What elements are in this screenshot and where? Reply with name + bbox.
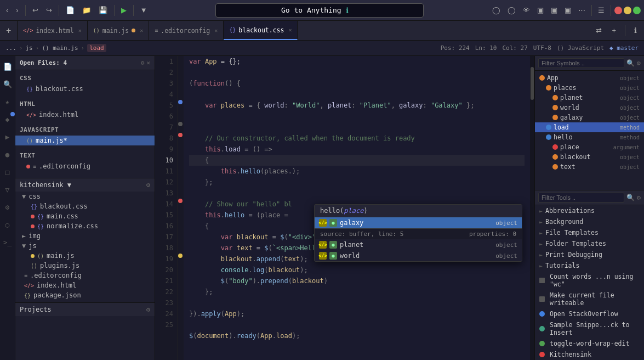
file-normalize-css-proj[interactable]: {} normalize.css [15, 221, 155, 231]
forward-button[interactable]: › [13, 4, 21, 16]
file-main-js[interactable]: () main.js* [15, 136, 155, 145]
camera-button[interactable]: ◯ [505, 4, 518, 16]
project-settings-icon[interactable]: ⚙ [146, 181, 150, 189]
sidebar-terminal-button[interactable]: >_ [2, 236, 14, 248]
file-editorconfig-proj[interactable]: ≡ .editorconfig [15, 271, 155, 280]
tool-abbreviations[interactable]: ► Abbreviations [535, 205, 644, 216]
sym-place[interactable]: place argument [535, 142, 644, 152]
tool-count-words[interactable]: Count words ...n using "wc" [535, 271, 644, 290]
tool-tutorials[interactable]: ► Tutorials [535, 260, 644, 271]
tab-index-html[interactable]: </> index.html ✕ [18, 21, 87, 40]
ac-item-galaxy[interactable]: </> ● galaxy object [315, 217, 522, 228]
projects-settings-icon[interactable]: ⚙ [146, 306, 150, 313]
sidebar-debug-button[interactable]: ● [2, 148, 14, 160]
breadcrumb-root[interactable]: ... [5, 44, 16, 52]
tab-main-js[interactable]: () main.js ✕ [88, 21, 150, 40]
tool-file-templates[interactable]: ► File Templates [535, 227, 644, 238]
symbols-settings-icon[interactable]: ⚙ [637, 59, 641, 67]
run-button[interactable]: ▶ [118, 4, 129, 16]
info-panel-button[interactable]: ℹ [631, 24, 640, 37]
open-folder-button[interactable]: 📁 [79, 4, 94, 16]
add-panel-button[interactable]: + [609, 24, 619, 37]
layout1-button[interactable]: ▣ [534, 4, 546, 16]
sym-planet[interactable]: planet object [535, 93, 644, 103]
sidebar-tools-button[interactable]: ⚙ [2, 201, 14, 213]
tool-make-writeable[interactable]: Make current file writeable [535, 290, 644, 308]
file-blackout-css[interactable]: {} blackout.css [15, 84, 155, 94]
sidebar-chart-button[interactable]: ▽ [2, 183, 14, 195]
close-tab-icon[interactable]: ✕ [288, 27, 292, 33]
syntax-label[interactable]: () JavaScript [557, 44, 604, 52]
open-file-button[interactable]: 📄 [63, 4, 77, 16]
tools-search-icon[interactable]: 🔍 [626, 194, 635, 201]
more-button[interactable]: ▼ [138, 4, 150, 16]
back-button[interactable]: ‹ [3, 4, 11, 16]
sym-text[interactable]: text object [535, 162, 644, 172]
undo-button[interactable]: ↩ [30, 4, 41, 16]
file-plugins-js-proj[interactable]: () plugins.js [15, 261, 155, 271]
redo-button[interactable]: ↪ [43, 4, 55, 16]
tools-filter-input[interactable] [538, 193, 624, 203]
tool-print-debugging[interactable]: ► Print Debugging [535, 249, 644, 260]
sidebar-web-button[interactable]: ○ [2, 218, 14, 230]
ac-item-planet[interactable]: </> ● planet object [315, 239, 522, 250]
save-button[interactable]: 💾 [96, 4, 110, 16]
close-tab-icon[interactable]: ✕ [78, 27, 82, 33]
sym-app[interactable]: App object [535, 73, 644, 83]
tool-open-stackoverflow[interactable]: Open StackOverflow [535, 308, 644, 319]
file-blackout-css-proj[interactable]: {} blackout.css [15, 201, 155, 211]
breadcrumb-js[interactable]: js [26, 44, 33, 52]
minimize-window-button[interactable] [624, 7, 631, 14]
more2-button[interactable]: ⋯ [575, 4, 588, 16]
tool-kitchensink[interactable]: Kitchensink [535, 349, 644, 360]
tool-sample-snippet[interactable]: Sample Snippe...ck to Insert [535, 319, 644, 338]
layout2-button[interactable]: ▣ [548, 4, 560, 16]
tools-settings-icon[interactable]: ⚙ [637, 194, 641, 201]
add-tab-button[interactable]: + [3, 24, 14, 38]
maximize-window-button[interactable] [633, 7, 641, 14]
tool-toggle-word-wrap[interactable]: toggle-word-wrap-edit [535, 338, 644, 349]
sidebar-close-icon[interactable]: ✕ [146, 59, 150, 66]
sym-hello[interactable]: hello method [535, 132, 644, 142]
tool-folder-templates[interactable]: ► Folder Templates [535, 238, 644, 249]
sym-places[interactable]: places object [535, 83, 644, 93]
breadcrumb-file[interactable]: () main.js [42, 44, 78, 52]
sidebar-run-button[interactable]: ▶ [2, 131, 14, 143]
sym-blackout[interactable]: blackout object [535, 152, 644, 162]
goto-bar[interactable]: Go to Anything ℹ [215, 3, 424, 18]
folder-js[interactable]: ▼ js [15, 241, 155, 251]
tool-background[interactable]: ► Background [535, 216, 644, 227]
file-index-html-proj[interactable]: </> index.html [15, 280, 155, 290]
ac-item-world[interactable]: </> ● world object [315, 250, 522, 261]
sym-world[interactable]: world object [535, 103, 644, 113]
tab-blackout-css[interactable]: {} blackout.css ✕ [224, 21, 298, 40]
symbols-search-icon[interactable]: 🔍 [626, 59, 635, 67]
layout3-button[interactable]: ▣ [562, 4, 574, 16]
eye-button[interactable]: 👁 [520, 4, 533, 16]
file-main-js-proj[interactable]: () main.js [15, 251, 155, 261]
hamburger-button[interactable]: ☰ [595, 4, 607, 16]
file-package-json-proj[interactable]: {} package.json [15, 290, 155, 300]
sidebar-package-button[interactable]: □ [2, 166, 14, 178]
sidebar-files-button[interactable]: 📄 [2, 60, 14, 72]
scrollbar-thumb[interactable] [531, 67, 534, 100]
symbols-filter-input[interactable] [538, 58, 624, 68]
folder-img[interactable]: ► img [15, 231, 155, 241]
sidebar-search-button[interactable]: 🔍 [2, 78, 14, 90]
file-main-css-proj[interactable]: {} main.css [15, 211, 155, 221]
record-button[interactable]: ◯ [489, 4, 503, 16]
folder-css[interactable]: ▼ css [15, 192, 155, 201]
sym-galaxy[interactable]: galaxy object [535, 113, 644, 122]
close-tab-icon[interactable]: ✕ [214, 27, 218, 33]
file-index-html[interactable]: </> index.html [15, 110, 155, 120]
sym-load[interactable]: load method [535, 122, 644, 132]
tab-editorconfig[interactable]: ≡ .editorconfig ✕ [149, 21, 224, 40]
sidebar-git-button[interactable]: ◆ [2, 113, 14, 125]
sidebar-bookmarks-button[interactable]: ★ [2, 95, 14, 108]
vertical-scrollbar[interactable] [530, 56, 534, 360]
close-tab-icon[interactable]: ✕ [140, 27, 143, 33]
close-window-button[interactable] [614, 7, 622, 14]
sidebar-settings-icon[interactable]: ⚙ [141, 59, 145, 66]
file-editorconfig[interactable]: ≡ .editorconfig [15, 161, 155, 171]
move-tab-button[interactable]: ⇄ [593, 24, 605, 37]
